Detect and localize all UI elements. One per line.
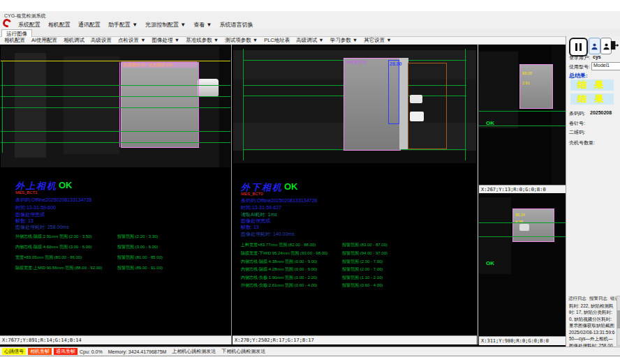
model-label: 使用型号: [569,63,590,70]
left-camera-view[interactable]: 灰度阈值:93, 动态阈值:100 外上相机 OK MES_BCT1 条码码:O… [0,45,231,347]
menu-item-view[interactable]: 查看 ▼ [193,21,212,29]
lower-camera-heartbeat: 下相机心跳检测发送 [221,348,265,355]
toolbar-item-ai-usage-config[interactable]: AI使用配置 [31,37,57,44]
roller-part [198,79,219,97]
measurement-alarm: 报警范围:(2.00 - 7.00) [342,259,383,265]
measurement-alarm: 报警范围:(89.00 - 91.00) [117,265,163,271]
menu-item-system-config[interactable]: 系统配置 [18,21,40,29]
small-top-camera-view[interactable]: 83.05 2.91 OK X:267;Y:13;R:0;G:0;B:0 [479,45,566,193]
result-box-upper-text: 结 果 [577,79,607,91]
measurement-value: 宽度=83.05mm 范围:(80.00 - 86.00) [15,255,82,261]
comm-drop-badge: 通讯丢帧 [54,348,78,355]
log-scrollbar-thumb[interactable] [617,310,620,328]
magenta-edge-line [119,62,120,147]
toolbar-item-camera-config[interactable]: 相机配置 [4,37,25,44]
measurement-alarm: 报警范围:(1.10 - 2.10) [342,275,383,281]
center-camera-view[interactable]: AI检测区域 28.80 外下相机 OK MES_BCT0 条码码:Offlin… [232,45,477,347]
toolbar-item-learning-params[interactable]: 学习参数 ▼ [330,37,358,44]
toolbar-item-test-item-params[interactable]: 测试项参数 ▼ [225,37,258,44]
left-view-coordbar: X:7677;Y:891;R:14;G:14;B:14 [0,335,231,344]
toolbar-item-advanced-settings[interactable]: 高级设置 [91,37,112,44]
menu-items: 系统配置 相机配置 通讯配置 助手配置 ▼ 光源控制配置 ▼ 查看 ▼ 系统语言… [18,20,260,29]
measure-tag-small: 83.05 [522,71,532,75]
heartbeat-badge: 心跳信号 [2,348,26,355]
process-time-line: 图像处理耗时: 140.00ms [241,231,295,238]
login-user-button[interactable] [589,38,600,54]
barcode-label: 条码码: [569,110,585,117]
menu-item-camera-config[interactable]: 相机配置 [48,21,71,29]
camera-drop-badge: 相机丢帧 [28,348,52,355]
green-guide-line [1,142,230,143]
measurement-value: 内侧芯线-隔膜:4.28mm 范围:(0.00 - 9.00) [241,266,317,273]
machine-shadow [552,45,566,185]
menu-item-assistant-config[interactable]: 助手配置 ▼ [108,21,138,29]
toolbar-item-other-settings[interactable]: 其它设置 ▼ [364,37,392,44]
frame-count-line: 帧数: 13 [241,224,259,231]
small-top-camera-image[interactable]: 83.05 2.91 OK [479,45,566,185]
measurement-alarm: 报警范围:(83.00 - 87.00) [342,242,388,248]
result-status-small: OK [486,260,494,266]
inspected-block [121,62,199,148]
measurement-alarm: 报警范围:(0.60 - 4.00) [342,282,383,289]
measurement-value: 隔膜宽度-上MID:90.56mm 范围:(88.00 - 92.00) [15,265,102,271]
process-time-line: 图像处理耗时: 258.00ms [15,224,69,231]
login-user-label: 登录用户: [569,54,590,61]
center-camera-image[interactable]: AI检测区域 28.80 [233,46,476,163]
exit-button[interactable] [608,38,619,53]
center-view-coordbar: X:270;Y:2502;R:17;G:17;B:17 [232,335,477,344]
measure-rect [388,60,399,124]
measurement-value: 外侧芯线-隔膜:2.91mm 范围:(2.00 - 3.50) [15,234,91,240]
small-top-coordbar: X:267;Y:13;R:0;G:0;B:0 [479,185,566,193]
pause-button[interactable] [569,38,588,56]
toolbar-item-advanced-debug[interactable]: 高级调试 ▼ [296,37,324,44]
view-divider [478,45,478,344]
barcode-value: 20250208 [590,110,612,115]
barcode-line: 条码码:Offline20250208133134728 [15,197,91,204]
output-tag: MES_BCT0 [241,192,263,196]
toolbar-item-image-processing[interactable]: 图像处理 ▼ [152,37,180,44]
center-view-coords: X:270;Y:2502;R:17;G:17;B:17 [232,336,477,344]
log-scrollbar[interactable] [617,296,620,346]
toolbar-item-camera-debug[interactable]: 相机调试 [64,37,84,44]
result-box-lower: 结 果 [570,93,614,105]
output-tag: MES_BCT1 [15,190,38,195]
result-status: OK [59,180,73,190]
barcode-line: 条码码:Offline20250208133134728 [241,197,317,204]
measurement-alarm: 报警范围:(81.00 - 85.00) [117,255,163,261]
log-tab-alarm[interactable]: 报警日志 [589,296,607,302]
menu-item-comm-config[interactable]: 通讯配置 [78,21,101,29]
tab-run-image[interactable]: 运行图像 [1,29,32,37]
measurement-value: 内侧芯线-负极:1.90mm 范围:(1.00 - 2.20) [241,275,317,281]
model-select[interactable]: Model1 [591,62,620,70]
qr-code-label: 二维码: [569,129,585,136]
log-tab-run[interactable]: 运行日志 [568,296,586,302]
view-divider [231,45,232,344]
measure-tag-small: 4.38 [515,220,523,224]
toolbar-item-spot-check[interactable]: 点检设置 ▼ [118,37,146,44]
pin-number-label: 卷针号: [569,120,585,127]
toolbar-item-baseline-params[interactable]: 基准线参数 ▼ [186,37,219,44]
measurement-value: 上料宽度=83.77mm 范围:(82.00 - 88.00) [241,242,316,248]
green-guide-line [1,85,230,86]
left-camera-image[interactable]: 灰度阈值:93, 动态阈值:100 [1,46,230,167]
green-guide-line [479,236,566,237]
measurement-value: 内侧芯线-隔膜:4.38mm 范围:(0.00 - 9.00) [241,259,317,265]
machine-column [64,56,119,154]
title-bar: CYG-视觉检测系统 [0,11,620,20]
machine-shadow [219,46,230,167]
threshold-label: 灰度阈值:93, 动态阈值:100 [123,62,172,68]
toolbar-item-plc-address-table[interactable]: PLC地址表 [264,37,290,44]
small-bottom-camera-view[interactable]: 95.24 4.38 OK X:311;Y:980;R:0;G:0;B:0 [479,193,566,345]
small-bottom-camera-image[interactable]: 95.24 4.38 OK [479,193,566,336]
magenta-edge-line [198,62,199,147]
machine-shadow [479,52,518,128]
menu-item-light-control-config[interactable]: 光源控制配置 ▼ [145,21,186,29]
user-icon [591,42,598,51]
menu-item-language-switch[interactable]: 系统语言切换 [219,21,253,29]
login-user-value: cys [593,54,601,59]
green-guide-line [1,107,230,108]
result-status: OK [284,181,298,192]
bright-spot [519,224,529,231]
right-control-panel: 登录用户: cys 使用型号: Model1 总结果: 结 果 结 果 条码码:… [566,36,620,347]
measurement-value: 内侧芯线-隔膜:4.60mm 范围:(3.00 - 6.00) [15,244,91,250]
